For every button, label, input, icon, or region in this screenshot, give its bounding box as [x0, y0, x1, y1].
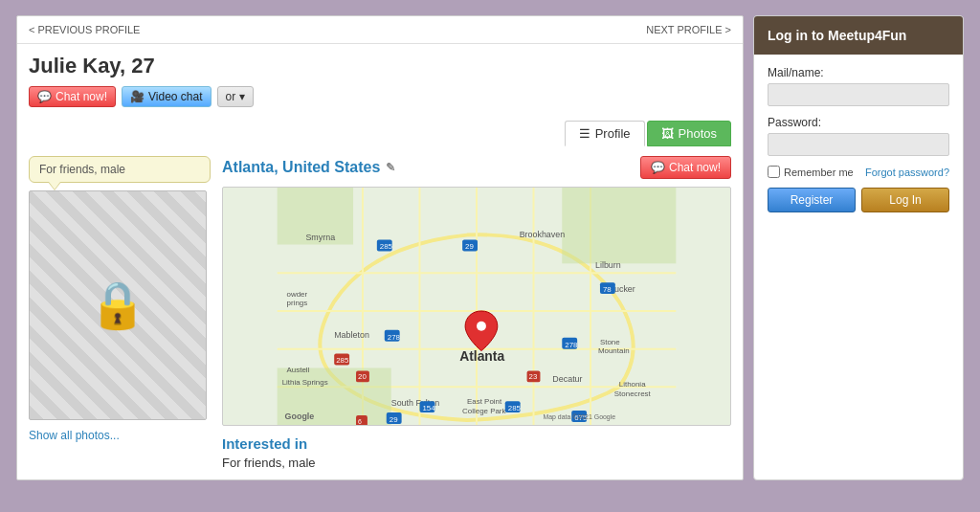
photos-tab-icon: 🖼 — [661, 126, 674, 141]
mail-input[interactable] — [768, 83, 949, 106]
svg-text:owder: owder — [287, 290, 308, 299]
chat-icon-2: 💬 — [651, 161, 665, 174]
mail-label: Mail/name: — [768, 66, 949, 79]
lock-icon: 🔒 — [89, 278, 146, 332]
interested-text: For friends, male — [222, 456, 731, 470]
svg-text:prings: prings — [287, 299, 308, 307]
login-button[interactable]: Log In — [861, 188, 949, 212]
chat-now-button[interactable]: 💬 Chat now! — [29, 86, 116, 107]
interested-section: Interested in For friends, male — [222, 435, 731, 470]
remember-checkbox[interactable] — [768, 166, 780, 178]
svg-point-58 — [477, 322, 486, 331]
right-column: Atlanta, United States ✎ 💬 Chat now! — [222, 156, 731, 470]
remember-me-label[interactable]: Remember me — [768, 166, 854, 178]
video-chat-button[interactable]: 🎥 Video chat — [122, 86, 212, 107]
chat-now-label: Chat now! — [56, 90, 107, 103]
video-chat-label: Video chat — [148, 90, 203, 103]
svg-text:278: 278 — [565, 341, 578, 349]
svg-text:78: 78 — [603, 285, 612, 294]
svg-text:East Point: East Point — [467, 397, 502, 406]
svg-text:6: 6 — [358, 418, 362, 425]
svg-text:College Park: College Park — [462, 407, 505, 415]
login-footer — [754, 224, 963, 262]
svg-text:285: 285 — [336, 356, 349, 365]
next-profile-link[interactable]: NEXT PROFILE > — [646, 24, 731, 35]
location-title: Atlanta, United States ✎ — [222, 159, 395, 176]
tabs-row: ☰ Profile 🖼 Photos — [17, 113, 743, 146]
login-body: Mail/name: Password: Remember me Forgot … — [754, 55, 963, 224]
profile-header: Julie Kay, 27 💬 Chat now! 🎥 Video chat o… — [17, 44, 743, 113]
location-header: Atlanta, United States ✎ 💬 Chat now! — [222, 156, 731, 179]
svg-text:Map data ©2021 Google: Map data ©2021 Google — [543, 413, 615, 421]
forgot-password-link[interactable]: Forgot password? — [865, 167, 949, 178]
svg-text:278: 278 — [388, 333, 401, 342]
svg-text:285: 285 — [380, 242, 393, 251]
video-icon: 🎥 — [130, 90, 145, 103]
svg-text:Lilburn: Lilburn — [595, 260, 621, 270]
svg-text:Brookhaven: Brookhaven — [520, 230, 566, 239]
login-buttons: Register Log In — [768, 188, 949, 212]
svg-text:Google: Google — [285, 412, 315, 421]
edit-icon[interactable]: ✎ — [386, 161, 395, 174]
chat-now-label-2: Chat now! — [669, 161, 721, 174]
svg-text:23: 23 — [529, 372, 538, 381]
for-friends-text: For friends, male — [39, 163, 125, 176]
svg-text:Austell: Austell — [287, 366, 310, 374]
interested-title: Interested in — [222, 435, 731, 452]
or-dropdown-button[interactable]: or ▾ — [217, 86, 254, 107]
left-column: For friends, male 🔒 Show all photos... — [29, 156, 211, 470]
register-button[interactable]: Register — [768, 188, 856, 212]
svg-text:Lithia Springs: Lithia Springs — [282, 378, 328, 387]
login-title: Log in to Meetup4Fun — [768, 28, 906, 43]
svg-text:Stonecrest: Stonecrest — [614, 390, 652, 398]
login-header: Log in to Meetup4Fun — [754, 16, 963, 55]
svg-text:20: 20 — [358, 372, 367, 381]
svg-rect-11 — [562, 188, 676, 263]
svg-text:29: 29 — [390, 415, 398, 424]
svg-text:Smyrna: Smyrna — [305, 233, 335, 242]
password-label: Password: — [768, 116, 949, 129]
svg-text:Lithonia: Lithonia — [619, 380, 646, 389]
svg-text:285: 285 — [508, 404, 522, 412]
svg-text:154: 154 — [422, 404, 435, 412]
svg-text:Mableton: Mableton — [334, 330, 369, 340]
tab-photos[interactable]: 🖼 Photos — [647, 121, 731, 146]
photos-tab-label: Photos — [679, 126, 717, 141]
chat-now-button-2[interactable]: 💬 Chat now! — [640, 156, 731, 179]
profile-name: Julie Kay, 27 — [29, 54, 731, 78]
map-svg: Smyrna Brookhaven Lilburn Tucker owder p… — [223, 188, 730, 425]
or-label: or ▾ — [226, 90, 245, 103]
svg-text:Mountain: Mountain — [598, 346, 630, 355]
prev-profile-link[interactable]: < PREVIOUS PROFILE — [29, 24, 140, 35]
action-buttons: 💬 Chat now! 🎥 Video chat or ▾ — [29, 86, 731, 107]
map-container: Smyrna Brookhaven Lilburn Tucker owder p… — [222, 187, 731, 426]
svg-text:Decatur: Decatur — [552, 374, 582, 384]
profile-nav: < PREVIOUS PROFILE NEXT PROFILE > — [17, 16, 743, 44]
profile-tab-label: Profile — [595, 126, 631, 141]
svg-text:Stone: Stone — [600, 338, 620, 346]
login-options: Remember me Forgot password? — [768, 166, 949, 178]
speech-bubble: For friends, male — [29, 156, 211, 183]
password-input[interactable] — [768, 133, 949, 156]
svg-text:29: 29 — [465, 242, 474, 251]
show-photos-link[interactable]: Show all photos... — [29, 429, 120, 442]
photo-placeholder: 🔒 — [29, 190, 207, 420]
chat-icon: 💬 — [37, 90, 52, 103]
content-area: For friends, male 🔒 Show all photos... A… — [17, 146, 743, 479]
tab-profile[interactable]: ☰ Profile — [565, 121, 645, 146]
location-text: Atlanta, United States — [222, 159, 380, 176]
login-panel: Log in to Meetup4Fun Mail/name: Password… — [753, 15, 964, 480]
profile-tab-icon: ☰ — [579, 126, 590, 141]
